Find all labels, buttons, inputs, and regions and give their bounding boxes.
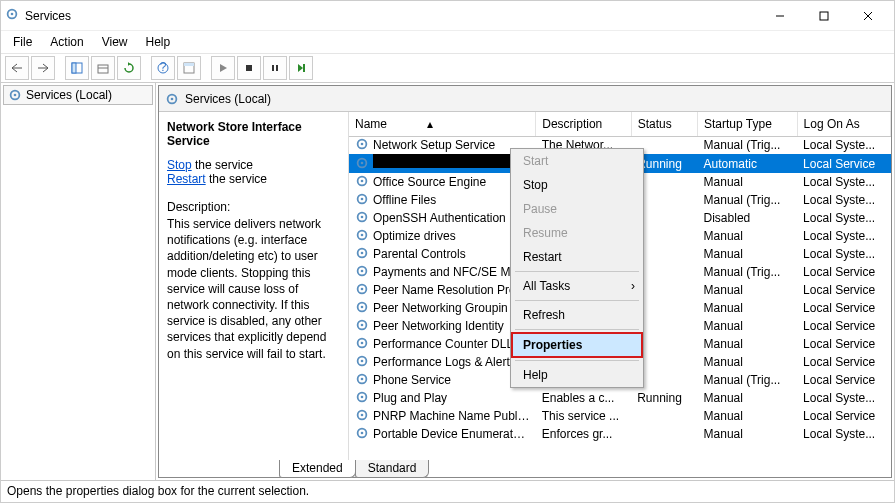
gear-icon [355, 174, 369, 191]
ctx-all-tasks[interactable]: All Tasks [511, 274, 643, 298]
ctx-separator [515, 360, 639, 361]
svg-rect-16 [246, 65, 252, 71]
gear-icon [355, 137, 369, 154]
cell-name: Portable Device Enumerator... [373, 427, 533, 441]
nav-tree: Services (Local) [1, 83, 156, 480]
ctx-refresh[interactable]: Refresh [511, 303, 643, 327]
forward-button[interactable] [31, 56, 55, 80]
stop-link[interactable]: Stop [167, 158, 192, 172]
gear-icon [8, 88, 22, 102]
nav-item-label: Services (Local) [26, 88, 112, 102]
toolbar: ? [1, 53, 894, 83]
tab-standard[interactable]: Standard [355, 460, 430, 478]
svg-point-35 [361, 234, 364, 237]
main-area: Services (Local) Services (Local) Networ… [1, 83, 894, 480]
window-title: Services [25, 9, 71, 23]
cell-startup: Manual [698, 245, 798, 263]
masked-name [373, 154, 513, 168]
cell-name: Peer Name Resolution Pro [373, 283, 516, 297]
detail-heading: Network Store Interface Service [167, 120, 340, 148]
table-row[interactable]: Plug and PlayEnables a c...RunningManual… [349, 389, 891, 407]
menu-file[interactable]: File [5, 33, 40, 51]
close-button[interactable] [846, 2, 890, 30]
svg-point-31 [361, 198, 364, 201]
cell-startup: Manual [698, 227, 798, 245]
svg-rect-3 [820, 12, 828, 20]
col-status[interactable]: Status [631, 112, 697, 136]
properties-toolbar-button[interactable] [177, 56, 201, 80]
gear-icon [355, 210, 369, 227]
cell-logon: Local Service [797, 335, 890, 353]
ctx-stop[interactable]: Stop [511, 173, 643, 197]
svg-rect-18 [276, 65, 278, 71]
ctx-separator [515, 329, 639, 330]
help-button[interactable]: ? [151, 56, 175, 80]
cell-logon: Local Service [797, 353, 890, 371]
svg-point-41 [361, 288, 364, 291]
gear-icon [355, 354, 369, 371]
maximize-button[interactable] [802, 2, 846, 30]
restart-line: Restart the service [167, 172, 340, 186]
cell-startup: Manual [698, 173, 798, 191]
app-icon [5, 7, 19, 24]
gear-icon [355, 192, 369, 209]
cell-name: Optimize drives [373, 229, 456, 243]
export-button[interactable] [91, 56, 115, 80]
svg-point-57 [361, 432, 364, 435]
cell-status [631, 407, 697, 425]
menu-view[interactable]: View [94, 33, 136, 51]
restart-service-button[interactable] [289, 56, 313, 80]
minimize-button[interactable] [758, 2, 802, 30]
table-row[interactable]: Portable Device Enumerator...Enforces gr… [349, 425, 891, 443]
cell-startup: Manual [698, 389, 798, 407]
ctx-pause[interactable]: Pause [511, 197, 643, 221]
nav-services-local[interactable]: Services (Local) [3, 85, 153, 105]
stop-line: Stop the service [167, 158, 340, 172]
svg-point-55 [361, 414, 364, 417]
svg-point-21 [14, 94, 17, 97]
cell-status [631, 425, 697, 443]
cell-startup: Manual (Trig... [698, 191, 798, 209]
content-header-label: Services (Local) [185, 92, 271, 106]
gear-icon [355, 390, 369, 407]
svg-rect-15 [184, 63, 194, 66]
ctx-help[interactable]: Help [511, 363, 643, 387]
pause-service-button[interactable] [263, 56, 287, 80]
menu-help[interactable]: Help [138, 33, 179, 51]
cell-logon: Local Service [797, 263, 890, 281]
col-description[interactable]: Description [536, 112, 631, 136]
cell-startup: Disabled [698, 209, 798, 227]
start-service-button[interactable] [211, 56, 235, 80]
svg-point-1 [11, 13, 14, 16]
cell-startup: Manual [698, 407, 798, 425]
cell-logon: Local Syste... [797, 227, 890, 245]
context-menu: Start Stop Pause Resume Restart All Task… [510, 148, 644, 388]
cell-name: Payments and NFC/SE Ma [373, 265, 517, 279]
ctx-separator [515, 300, 639, 301]
refresh-button[interactable] [117, 56, 141, 80]
svg-point-23 [171, 97, 174, 100]
stop-service-button[interactable] [237, 56, 261, 80]
tab-extended[interactable]: Extended [279, 460, 356, 478]
show-hide-tree-button[interactable] [65, 56, 89, 80]
view-tabs: Extended Standard [279, 460, 428, 478]
cell-name: PNRP Machine Name Publi... [373, 409, 530, 423]
table-row[interactable]: PNRP Machine Name Publi...This service .… [349, 407, 891, 425]
ctx-restart[interactable]: Restart [511, 245, 643, 269]
menu-action[interactable]: Action [42, 33, 91, 51]
back-button[interactable] [5, 56, 29, 80]
col-logon[interactable]: Log On As [797, 112, 890, 136]
ctx-start[interactable]: Start [511, 149, 643, 173]
ctx-resume[interactable]: Resume [511, 221, 643, 245]
cell-logon: Local Syste... [797, 209, 890, 227]
restart-link[interactable]: Restart [167, 172, 206, 186]
col-startup[interactable]: Startup Type [698, 112, 798, 136]
col-name[interactable]: Name▴ [349, 112, 536, 136]
title-bar: Services [1, 1, 894, 31]
cell-logon: Local Service [797, 317, 890, 335]
cell-logon: Local Service [797, 371, 890, 389]
cell-logon: Local Service [797, 407, 890, 425]
svg-rect-10 [98, 65, 108, 73]
ctx-properties[interactable]: Properties [511, 332, 643, 358]
cell-startup: Manual (Trig... [698, 136, 798, 154]
